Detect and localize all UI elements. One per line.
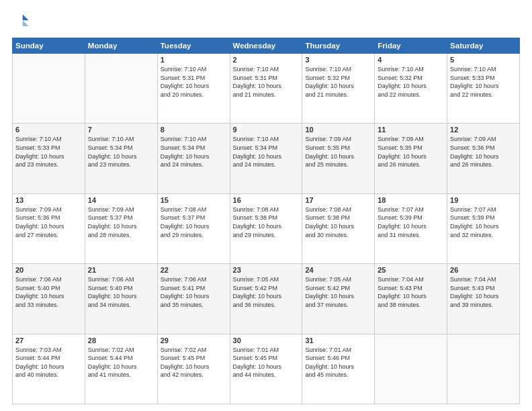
day-number: 26 [450,266,517,274]
day-cell: 26Sunrise: 7:04 AM Sunset: 5:43 PM Dayli… [447,264,520,334]
logo [12,12,34,31]
svg-marker-1 [23,20,29,26]
day-cell: 15Sunrise: 7:08 AM Sunset: 5:37 PM Dayli… [157,193,230,263]
day-cell: 27Sunrise: 7:03 AM Sunset: 5:44 PM Dayli… [13,334,85,404]
day-number: 29 [161,336,227,345]
day-cell: 4Sunrise: 7:10 AM Sunset: 5:32 PM Daylig… [375,54,447,124]
day-number: 12 [450,126,517,134]
day-cell: 20Sunrise: 7:06 AM Sunset: 5:40 PM Dayli… [13,264,85,334]
day-info: Sunrise: 7:02 AM Sunset: 5:45 PM Dayligh… [161,346,227,379]
day-cell: 31Sunrise: 7:01 AM Sunset: 5:46 PM Dayli… [302,334,375,404]
day-cell: 3Sunrise: 7:10 AM Sunset: 5:32 PM Daylig… [302,54,375,124]
day-info: Sunrise: 7:06 AM Sunset: 5:40 PM Dayligh… [15,275,82,309]
day-number: 27 [15,336,82,345]
day-info: Sunrise: 7:02 AM Sunset: 5:44 PM Dayligh… [88,346,154,379]
day-info: Sunrise: 7:09 AM Sunset: 5:35 PM Dayligh… [305,135,371,169]
day-number: 2 [233,56,300,64]
day-number: 13 [15,196,82,204]
day-number: 24 [305,266,371,274]
day-cell: 19Sunrise: 7:07 AM Sunset: 5:39 PM Dayli… [447,193,520,263]
day-info: Sunrise: 7:07 AM Sunset: 5:39 PM Dayligh… [378,205,444,239]
day-info: Sunrise: 7:05 AM Sunset: 5:42 PM Dayligh… [233,275,300,309]
page: SundayMondayTuesdayWednesdayThursdayFrid… [0,0,532,411]
day-number: 10 [305,126,371,134]
day-cell: 1Sunrise: 7:10 AM Sunset: 5:31 PM Daylig… [157,54,230,124]
day-info: Sunrise: 7:08 AM Sunset: 5:38 PM Dayligh… [233,205,300,239]
day-number: 9 [233,126,300,134]
day-number: 1 [161,56,227,64]
day-cell: 13Sunrise: 7:09 AM Sunset: 5:36 PM Dayli… [13,193,85,263]
day-info: Sunrise: 7:10 AM Sunset: 5:32 PM Dayligh… [378,65,444,99]
day-info: Sunrise: 7:10 AM Sunset: 5:31 PM Dayligh… [161,65,227,99]
day-number: 17 [305,196,371,204]
day-cell: 6Sunrise: 7:10 AM Sunset: 5:33 PM Daylig… [13,124,85,193]
day-number: 19 [450,196,517,204]
day-number: 14 [88,196,154,204]
day-cell: 14Sunrise: 7:09 AM Sunset: 5:37 PM Dayli… [85,193,157,263]
day-cell: 24Sunrise: 7:05 AM Sunset: 5:42 PM Dayli… [302,264,375,334]
day-cell: 28Sunrise: 7:02 AM Sunset: 5:44 PM Dayli… [85,334,157,404]
day-cell: 22Sunrise: 7:06 AM Sunset: 5:41 PM Dayli… [157,264,230,334]
day-info: Sunrise: 7:06 AM Sunset: 5:41 PM Dayligh… [161,275,227,309]
day-cell: 30Sunrise: 7:01 AM Sunset: 5:45 PM Dayli… [230,334,302,404]
day-number: 15 [161,196,227,204]
week-row-2: 6Sunrise: 7:10 AM Sunset: 5:33 PM Daylig… [13,124,520,193]
day-info: Sunrise: 7:10 AM Sunset: 5:34 PM Dayligh… [88,135,154,169]
day-number: 25 [378,266,444,274]
day-number: 22 [161,266,227,274]
day-cell: 2Sunrise: 7:10 AM Sunset: 5:31 PM Daylig… [230,54,302,124]
weekday-header-friday: Friday [375,38,447,54]
day-cell: 23Sunrise: 7:05 AM Sunset: 5:42 PM Dayli… [230,264,302,334]
day-number: 7 [88,126,154,134]
day-info: Sunrise: 7:09 AM Sunset: 5:36 PM Dayligh… [15,205,82,239]
day-info: Sunrise: 7:08 AM Sunset: 5:38 PM Dayligh… [305,205,371,239]
day-number: 3 [305,56,371,64]
day-cell: 7Sunrise: 7:10 AM Sunset: 5:34 PM Daylig… [85,124,157,193]
day-cell [447,334,520,404]
day-info: Sunrise: 7:10 AM Sunset: 5:33 PM Dayligh… [450,65,517,99]
logo-icon [12,12,31,31]
day-info: Sunrise: 7:09 AM Sunset: 5:36 PM Dayligh… [450,135,517,169]
weekday-header-saturday: Saturday [447,38,520,54]
day-number: 6 [15,126,82,134]
day-info: Sunrise: 7:10 AM Sunset: 5:33 PM Dayligh… [15,135,82,169]
day-info: Sunrise: 7:08 AM Sunset: 5:37 PM Dayligh… [161,205,227,239]
header [12,12,520,31]
svg-marker-0 [23,15,29,21]
day-number: 23 [233,266,300,274]
day-cell: 18Sunrise: 7:07 AM Sunset: 5:39 PM Dayli… [375,193,447,263]
day-info: Sunrise: 7:10 AM Sunset: 5:32 PM Dayligh… [305,65,371,99]
day-number: 4 [378,56,444,64]
week-row-3: 13Sunrise: 7:09 AM Sunset: 5:36 PM Dayli… [13,193,520,263]
day-info: Sunrise: 7:10 AM Sunset: 5:34 PM Dayligh… [161,135,227,169]
weekday-header-tuesday: Tuesday [157,38,230,54]
day-number: 20 [15,266,82,274]
day-info: Sunrise: 7:04 AM Sunset: 5:43 PM Dayligh… [450,275,517,309]
day-cell: 16Sunrise: 7:08 AM Sunset: 5:38 PM Dayli… [230,193,302,263]
day-number: 16 [233,196,300,204]
day-number: 31 [305,336,371,345]
day-number: 30 [233,336,300,345]
weekday-header-sunday: Sunday [13,38,85,54]
day-number: 28 [88,336,154,345]
day-number: 5 [450,56,517,64]
week-row-5: 27Sunrise: 7:03 AM Sunset: 5:44 PM Dayli… [13,334,520,404]
day-number: 11 [378,126,444,134]
day-number: 21 [88,266,154,274]
day-cell [85,54,157,124]
day-cell: 5Sunrise: 7:10 AM Sunset: 5:33 PM Daylig… [447,54,520,124]
day-info: Sunrise: 7:09 AM Sunset: 5:37 PM Dayligh… [88,205,154,239]
week-row-4: 20Sunrise: 7:06 AM Sunset: 5:40 PM Dayli… [13,264,520,334]
day-cell [13,54,85,124]
day-info: Sunrise: 7:09 AM Sunset: 5:35 PM Dayligh… [378,135,444,169]
day-info: Sunrise: 7:01 AM Sunset: 5:46 PM Dayligh… [305,346,371,379]
week-row-1: 1Sunrise: 7:10 AM Sunset: 5:31 PM Daylig… [13,54,520,124]
day-number: 18 [378,196,444,204]
day-info: Sunrise: 7:07 AM Sunset: 5:39 PM Dayligh… [450,205,517,239]
day-cell: 21Sunrise: 7:06 AM Sunset: 5:40 PM Dayli… [85,264,157,334]
calendar-table: SundayMondayTuesdayWednesdayThursdayFrid… [12,38,520,404]
day-info: Sunrise: 7:04 AM Sunset: 5:43 PM Dayligh… [378,275,444,309]
day-info: Sunrise: 7:01 AM Sunset: 5:45 PM Dayligh… [233,346,300,379]
day-info: Sunrise: 7:03 AM Sunset: 5:44 PM Dayligh… [15,346,82,379]
weekday-header-row: SundayMondayTuesdayWednesdayThursdayFrid… [13,38,520,54]
